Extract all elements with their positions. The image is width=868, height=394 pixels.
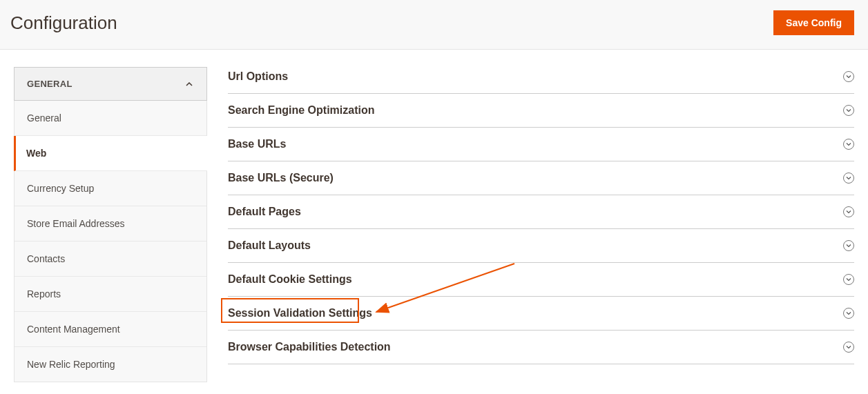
section-default-cookie-settings[interactable]: Default Cookie Settings: [228, 263, 854, 297]
expand-icon: [843, 274, 854, 285]
expand-icon: [843, 139, 854, 150]
sidebar-items: General Web Currency Setup Store Email A…: [14, 101, 207, 382]
sidebar-group-title: GENERAL: [27, 79, 73, 89]
expand-icon: [843, 71, 854, 82]
main-panel: Url Options Search Engine Optimization B…: [228, 67, 854, 382]
expand-icon: [843, 342, 854, 353]
page-header: Configuration Save Config: [0, 0, 868, 50]
section-label: Base URLs: [228, 138, 286, 150]
sidebar-item-store-email-addresses[interactable]: Store Email Addresses: [15, 206, 206, 242]
section-label: Base URLs (Secure): [228, 172, 334, 184]
content-area: GENERAL General Web Currency Setup Store…: [0, 50, 868, 382]
section-url-options[interactable]: Url Options: [228, 67, 854, 94]
expand-icon: [843, 206, 854, 217]
section-label: Default Layouts: [228, 239, 311, 252]
section-browser-capabilities-detection[interactable]: Browser Capabilities Detection: [228, 331, 854, 364]
section-default-pages[interactable]: Default Pages: [228, 195, 854, 229]
expand-icon: [843, 240, 854, 251]
sidebar-item-contacts[interactable]: Contacts: [15, 242, 206, 277]
expand-icon: [843, 308, 854, 319]
expand-icon: [843, 105, 854, 116]
section-label: Search Engine Optimization: [228, 104, 374, 117]
sidebar-item-content-management[interactable]: Content Management: [15, 312, 206, 347]
sidebar: GENERAL General Web Currency Setup Store…: [14, 67, 207, 382]
section-search-engine-optimization[interactable]: Search Engine Optimization: [228, 94, 854, 128]
expand-icon: [843, 173, 854, 184]
section-base-urls-secure[interactable]: Base URLs (Secure): [228, 161, 854, 195]
sidebar-group-general[interactable]: GENERAL: [14, 67, 207, 101]
section-label: Session Validation Settings: [228, 307, 372, 319]
sidebar-item-new-relic-reporting[interactable]: New Relic Reporting: [15, 347, 206, 382]
section-label: Default Pages: [228, 206, 301, 218]
section-base-urls[interactable]: Base URLs: [228, 128, 854, 161]
section-label: Browser Capabilities Detection: [228, 341, 391, 353]
sidebar-item-reports[interactable]: Reports: [15, 277, 206, 312]
chevron-up-icon: [184, 79, 194, 89]
section-label: Default Cookie Settings: [228, 273, 352, 286]
sidebar-item-web[interactable]: Web: [14, 136, 207, 171]
sidebar-item-general[interactable]: General: [15, 101, 206, 136]
save-config-button[interactable]: Save Config: [773, 10, 854, 35]
section-default-layouts[interactable]: Default Layouts: [228, 229, 854, 263]
section-session-validation-settings[interactable]: Session Validation Settings: [228, 297, 854, 331]
sidebar-item-currency-setup[interactable]: Currency Setup: [15, 171, 206, 206]
page-title: Configuration: [10, 12, 117, 34]
section-label: Url Options: [228, 70, 288, 83]
